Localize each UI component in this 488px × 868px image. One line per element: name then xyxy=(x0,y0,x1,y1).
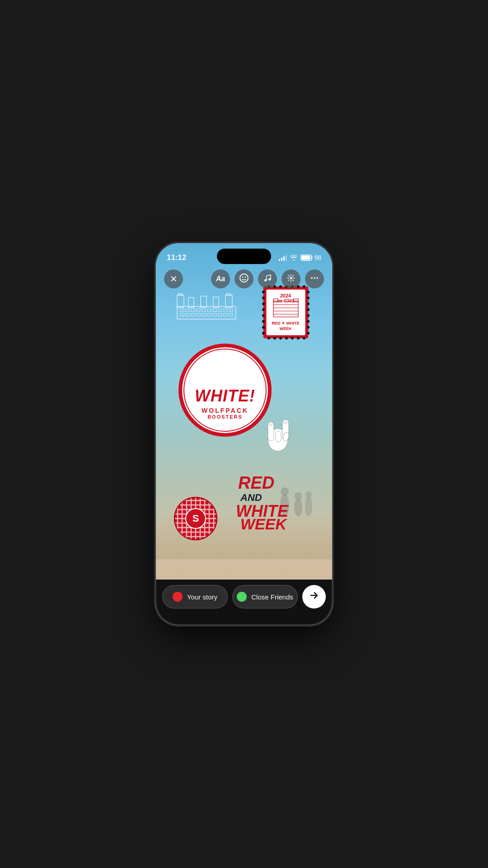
svg-point-47 xyxy=(262,297,265,299)
svg-text:RED: RED xyxy=(238,473,274,492)
svg-point-9 xyxy=(240,274,248,282)
bottom-bar: Your story Close Friends xyxy=(156,580,332,625)
svg-point-73 xyxy=(291,337,294,340)
svg-point-52 xyxy=(262,326,265,329)
svg-point-70 xyxy=(273,337,276,340)
svg-rect-104 xyxy=(269,423,273,426)
svg-point-16 xyxy=(314,277,315,279)
svg-point-51 xyxy=(262,320,265,323)
close-friends-button[interactable]: Close Friends xyxy=(232,585,298,609)
svg-rect-24 xyxy=(207,309,211,311)
close-button[interactable]: ✕ xyxy=(164,269,183,288)
effects-icon xyxy=(286,274,296,285)
svg-point-14 xyxy=(290,277,292,279)
your-story-label: Your story xyxy=(187,593,217,601)
svg-point-60 xyxy=(307,326,310,329)
wifi-icon xyxy=(290,254,298,262)
svg-rect-31 xyxy=(191,313,195,316)
svg-rect-103 xyxy=(283,421,288,424)
battery-icon: 98 xyxy=(300,254,321,261)
svg-point-12 xyxy=(264,279,267,281)
svg-point-57 xyxy=(307,308,310,311)
svg-point-58 xyxy=(307,314,310,317)
svg-text:2024: 2024 xyxy=(280,293,291,298)
svg-rect-30 xyxy=(186,313,189,316)
svg-rect-20 xyxy=(186,309,189,311)
svg-rect-26 xyxy=(218,309,222,311)
svg-rect-19 xyxy=(180,309,184,311)
svg-rect-36 xyxy=(218,313,222,316)
circle-logo-sticker[interactable]: S xyxy=(173,496,218,541)
effects-button[interactable] xyxy=(282,269,300,288)
svg-text:RED!: RED! xyxy=(202,366,248,385)
svg-text:S: S xyxy=(192,513,199,524)
svg-text:WHITE!: WHITE! xyxy=(195,387,255,405)
status-icons: 98 xyxy=(279,254,321,262)
signal-icon xyxy=(279,255,287,261)
svg-text:RED ✦ WHITE: RED ✦ WHITE xyxy=(272,321,300,326)
svg-rect-39 xyxy=(177,295,184,307)
svg-point-74 xyxy=(297,337,300,340)
red-white-week-text-sticker[interactable]: RED AND WHITE WEEK xyxy=(234,472,315,532)
text-tool-label: Aa xyxy=(216,275,225,283)
svg-rect-42 xyxy=(213,297,219,307)
your-story-button[interactable]: Your story xyxy=(162,585,228,609)
svg-rect-38 xyxy=(229,313,233,316)
svg-point-59 xyxy=(307,320,310,323)
screen: 11:12 xyxy=(156,243,332,625)
svg-point-15 xyxy=(311,277,313,279)
svg-point-50 xyxy=(262,314,265,317)
svg-rect-28 xyxy=(229,309,233,311)
svg-text:WEEK: WEEK xyxy=(280,326,292,331)
svg-text:WEEK: WEEK xyxy=(240,515,287,530)
phone-frame: 11:12 xyxy=(156,243,332,625)
dynamic-island xyxy=(217,249,271,264)
svg-rect-21 xyxy=(191,309,195,311)
svg-point-48 xyxy=(262,302,265,305)
svg-point-46 xyxy=(262,291,265,293)
sticker-button[interactable] xyxy=(235,269,253,288)
svg-text:WOLFPACK: WOLFPACK xyxy=(202,407,249,414)
svg-text:BOOSTERS: BOOSTERS xyxy=(207,414,243,420)
music-icon xyxy=(263,274,272,285)
svg-rect-43 xyxy=(225,295,232,307)
svg-rect-18 xyxy=(177,307,236,319)
status-time: 11:12 xyxy=(167,253,186,262)
svg-rect-32 xyxy=(197,313,200,316)
svg-rect-41 xyxy=(201,296,206,307)
next-arrow-icon xyxy=(309,590,319,603)
svg-point-49 xyxy=(262,308,265,311)
svg-rect-23 xyxy=(202,309,206,311)
toolbar: ✕ Aa xyxy=(156,269,332,288)
svg-point-53 xyxy=(262,332,265,335)
your-story-dot xyxy=(173,592,183,602)
svg-point-17 xyxy=(316,277,318,279)
music-button[interactable] xyxy=(258,269,277,288)
svg-point-13 xyxy=(268,278,271,280)
svg-rect-7 xyxy=(312,256,313,259)
svg-point-75 xyxy=(303,337,305,340)
next-button[interactable] xyxy=(302,585,326,609)
svg-rect-22 xyxy=(197,309,200,311)
svg-point-69 xyxy=(267,337,270,340)
battery-label: 98 xyxy=(314,254,321,261)
main-circle-sticker[interactable]: RED! WHITE! WOLFPACK BOOSTERS xyxy=(178,343,272,438)
stadium-sticker[interactable] xyxy=(175,291,238,324)
close-friends-label: Close Friends xyxy=(251,593,293,601)
svg-point-71 xyxy=(279,337,282,340)
svg-rect-33 xyxy=(202,313,206,316)
svg-rect-35 xyxy=(213,313,216,316)
hand-sticker[interactable] xyxy=(260,410,296,455)
svg-point-55 xyxy=(307,297,310,299)
more-button[interactable] xyxy=(305,269,324,288)
sticker-icon xyxy=(239,273,249,285)
svg-point-10 xyxy=(242,276,244,278)
close-friends-dot xyxy=(237,592,247,602)
svg-rect-34 xyxy=(207,313,211,316)
svg-point-11 xyxy=(245,276,246,278)
svg-rect-101 xyxy=(276,431,281,442)
svg-rect-29 xyxy=(180,313,184,316)
text-tool-button[interactable]: Aa xyxy=(211,269,230,288)
stamp-sticker[interactable]: 2024 RED ✦ WHITE WEEK xyxy=(260,283,312,344)
svg-rect-8 xyxy=(302,256,310,260)
